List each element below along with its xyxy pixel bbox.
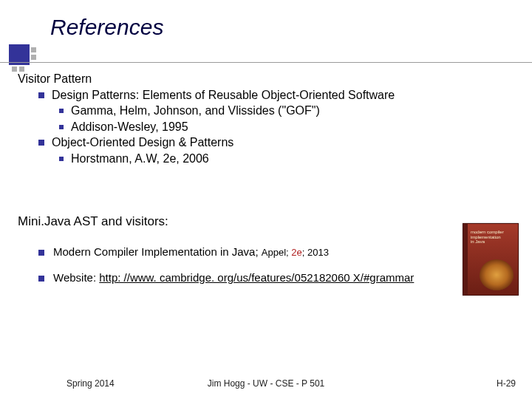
ref-publisher: Addison-Wesley, 1995: [71, 119, 188, 135]
square-bullet-icon: [38, 140, 44, 146]
footer-page: H-29: [497, 378, 516, 389]
square-bullet-icon: [59, 125, 64, 129]
square-bullet-icon: [38, 92, 44, 98]
list-item: Horstmann, A.W, 2e, 2006: [59, 151, 513, 167]
section-minijava: Modern Compiler Implementation in Java; …: [38, 245, 452, 297]
ref-book-appel: Modern Compiler Implementation in Java; …: [53, 245, 329, 258]
title-divider: [0, 62, 532, 63]
title-area: References: [0, 15, 532, 40]
list-item: Website: http: //www. cambridge. org/us/…: [38, 271, 452, 284]
list-item: Gamma, Helm, Johnson, and Vlissides ("GO…: [59, 103, 513, 119]
appel-year: ; 2013: [302, 247, 329, 258]
list-item: Addison-Wesley, 1995: [59, 119, 513, 135]
appel-author: Appel;: [262, 247, 291, 258]
section2-heading: Mini.Java AST and visitors:: [18, 214, 168, 229]
square-bullet-icon: [59, 157, 64, 161]
book-title-line: in Java: [471, 239, 485, 244]
book-cover-image: modern compiler implementation in Java: [463, 223, 519, 296]
book-title-line: implementation: [471, 235, 501, 239]
list-item: Object-Oriented Design & Patterns: [38, 134, 513, 151]
section1-heading: Visitor Pattern: [18, 71, 513, 87]
website-label: Website:: [53, 271, 99, 284]
website-link[interactable]: http: //www. cambridge. org/us/features/…: [99, 271, 414, 284]
footer-author: Jim Hogg - UW - CSE - P 501: [0, 378, 532, 389]
ref-authors: Gamma, Helm, Johnson, and Vlissides ("GO…: [71, 103, 320, 119]
ref-authors: Horstmann, A.W, 2e, 2006: [71, 151, 209, 167]
slide-title: References: [50, 15, 532, 40]
slide: References Visitor Pattern Design Patter…: [0, 0, 532, 399]
ref-book-horstmann: Object-Oriented Design & Patterns: [52, 134, 233, 151]
tiger-icon: [480, 259, 514, 290]
ref-website: Website: http: //www. cambridge. org/us/…: [53, 271, 414, 284]
square-bullet-icon: [38, 250, 44, 256]
list-item: Design Patterns: Elements of Reusable Ob…: [38, 87, 513, 103]
book-title-line: modern compiler: [471, 230, 504, 234]
ref-book-gof: Design Patterns: Elements of Reusable Ob…: [52, 87, 395, 103]
section-visitor-pattern: Visitor Pattern Design Patterns: Element…: [18, 71, 513, 167]
appel-title: Modern Compiler Implementation in Java;: [53, 245, 262, 258]
book-cover-title: modern compiler implementation in Java: [471, 230, 514, 245]
square-bullet-icon: [59, 109, 64, 113]
square-bullet-icon: [38, 276, 44, 282]
list-item: Modern Compiler Implementation in Java; …: [38, 245, 452, 258]
appel-edition: 2e: [291, 247, 301, 258]
